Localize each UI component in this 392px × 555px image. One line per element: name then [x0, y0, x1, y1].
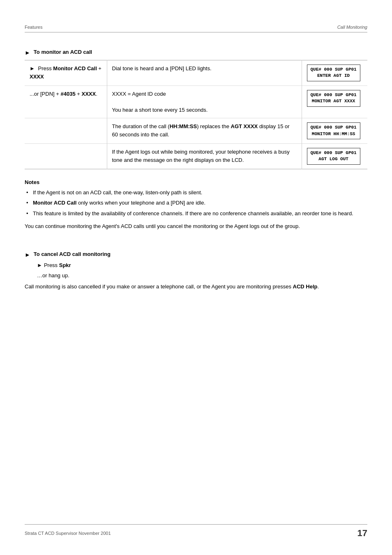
arrow-icon-2: ►	[25, 251, 30, 258]
notes-title: Notes	[25, 179, 367, 185]
lcd-col-4: QUE# 000 SUP GP01 AGT LOG OUT	[302, 144, 367, 169]
notes-section: Notes If the Agent is not on an ACD call…	[25, 179, 367, 239]
footer-page-number: 17	[357, 528, 367, 539]
lcd-line1-1: QUE# 000 SUP GP01	[311, 67, 357, 73]
sub-step-1: ► Press Spkr	[37, 262, 367, 268]
table-row-2: ...or [PDN] + #4035 + XXXX. XXXX = Agent…	[25, 85, 367, 118]
section2-heading: ► To cancel ACD call monitoring	[25, 251, 367, 258]
table-row-3: The duration of the call (HH:MM:SS) repl…	[25, 118, 367, 144]
cancel-para: Call monitoring is also cancelled if you…	[25, 283, 367, 291]
step-col-4	[25, 144, 107, 169]
header-bar: Features Call Monitoring	[25, 25, 367, 32]
page-container: Features Call Monitoring ► To monitor an…	[0, 0, 392, 555]
notes-list: If the Agent is not on an ACD call, the …	[25, 189, 367, 218]
lcd-line1-4: QUE# 000 SUP GP01	[311, 150, 357, 156]
header-right: Call Monitoring	[337, 25, 367, 30]
lcd-line1-3: QUE# 000 SUP GP01	[311, 124, 357, 131]
desc-text-2a: XXXX = Agent ID code	[112, 90, 297, 98]
lcd-col-1: QUE# 000 SUP GP01 ENTER AGT ID	[302, 60, 367, 86]
notes-para: You can continue monitoring the Agent's …	[25, 222, 367, 230]
note-item-2: Monitor ACD Call only works when your te…	[25, 199, 367, 207]
lcd-line1-2: QUE# 000 SUP GP01	[311, 92, 357, 98]
lcd-display-4: QUE# 000 SUP GP01 AGT LOG OUT	[307, 148, 360, 165]
step-col-1: ► Press Monitor ACD Call + XXXX	[25, 60, 107, 86]
sub-arrow-1: ►	[37, 262, 42, 268]
footer-left: Strata CT ACD Supervisor November 2001	[25, 531, 111, 536]
lcd-display-1: QUE# 000 SUP GP01 ENTER AGT ID	[307, 64, 360, 81]
note-text-3: This feature is limited by the availabil…	[33, 210, 353, 216]
arrow-icon-1: ►	[25, 49, 30, 56]
step-arrow-1: ►	[30, 65, 35, 71]
step-col-2: ...or [PDN] + #4035 + XXXX.	[25, 85, 107, 118]
lcd-display-2: QUE# 000 SUP GP01 MONITOR AGT XXXX	[307, 90, 360, 107]
header-left: Features	[25, 25, 42, 30]
lcd-display-3: QUE# 000 SUP GP01 MONITOR HH:MM:SS	[307, 122, 360, 139]
desc-text-1: Dial tone is heard and a [PDN] LED light…	[112, 65, 212, 71]
sub-step-text-1: Press Spkr	[44, 262, 71, 268]
desc-col-1: Dial tone is heard and a [PDN] LED light…	[107, 60, 302, 86]
desc-col-3: The duration of the call (HH:MM:SS) repl…	[107, 118, 302, 144]
desc-text-2b: You hear a short tone every 15 seconds.	[112, 106, 297, 114]
lcd-col-3: QUE# 000 SUP GP01 MONITOR HH:MM:SS	[302, 118, 367, 144]
table-row-4: If the Agent logs out while being monito…	[25, 144, 367, 169]
step-col-3	[25, 118, 107, 144]
desc-col-2: XXXX = Agent ID code You hear a short to…	[107, 85, 302, 118]
note-text-1: If the Agent is not on an ACD call, the …	[33, 189, 202, 196]
section1-title: To monitor an ACD call	[34, 49, 92, 55]
footer-bar: Strata CT ACD Supervisor November 2001 1…	[25, 524, 367, 539]
step-text-1: Press Monitor ACD Call + XXXX	[30, 65, 101, 80]
note-item-1: If the Agent is not on an ACD call, the …	[25, 189, 367, 197]
note-text-2: Monitor ACD Call only works when your te…	[33, 200, 205, 206]
step-text-2: ...or [PDN] + #4035 + XXXX.	[30, 91, 97, 97]
lcd-line2-4: AGT LOG OUT	[311, 156, 357, 162]
desc-col-4: If the Agent logs out while being monito…	[107, 144, 302, 169]
desc-text-3: The duration of the call (HH:MM:SS) repl…	[112, 122, 297, 138]
table-row-1: ► Press Monitor ACD Call + XXXX Dial ton…	[25, 60, 367, 86]
procedure-table: ► Press Monitor ACD Call + XXXX Dial ton…	[25, 60, 367, 169]
lcd-line2-2: MONITOR AGT XXXX	[311, 98, 357, 104]
section2-title: To cancel ACD call monitoring	[34, 251, 111, 257]
lcd-line2-3: MONITOR HH:MM:SS	[311, 131, 357, 137]
desc-text-4: If the Agent logs out while being monito…	[112, 148, 297, 164]
section1-heading: ► To monitor an ACD call	[25, 49, 367, 56]
lcd-line2-1: ENTER AGT ID	[311, 73, 357, 79]
or-text: …or hang up.	[37, 272, 367, 280]
lcd-col-2: QUE# 000 SUP GP01 MONITOR AGT XXXX	[302, 85, 367, 118]
cancel-section: ► Press Spkr …or hang up. Call monitorin…	[25, 262, 367, 299]
note-item-3: This feature is limited by the availabil…	[25, 210, 367, 218]
